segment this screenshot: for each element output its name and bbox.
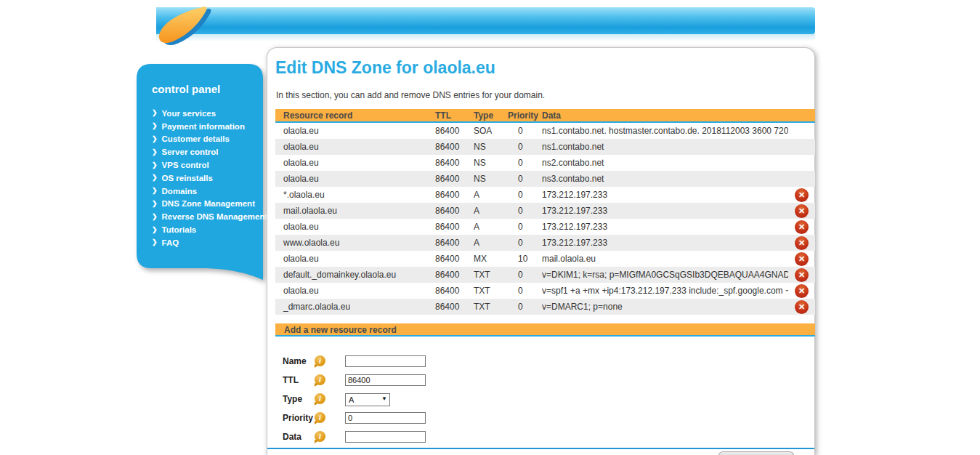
header-priority: Priority — [508, 110, 542, 121]
sidebar-item-payment-information[interactable]: ❯ Payment information — [152, 120, 259, 133]
contabo-logo — [150, 1, 302, 45]
chevron-right-icon: ❯ — [152, 238, 158, 246]
cell-type: TXT — [474, 286, 508, 296]
name-field[interactable] — [345, 355, 426, 367]
type-info-icon[interactable]: i — [315, 393, 325, 404]
sidebar-item-your-services[interactable]: ❯ Your services — [152, 107, 259, 120]
sidebar-item-label: Reverse DNS Management — [162, 212, 268, 221]
delete-record-button[interactable]: ✕ — [795, 188, 809, 202]
table-row: olaola.eu 86400 TXT 0 v=spf1 +a +mx +ip4… — [275, 283, 815, 299]
sidebar-item-os-reinstalls[interactable]: ❯ OS reinstalls — [152, 172, 259, 185]
cell-actions: ✕ — [788, 220, 815, 234]
priority-field[interactable] — [345, 412, 426, 424]
cell-record: olaola.eu — [275, 142, 435, 152]
chevron-right-icon: ❯ — [152, 174, 158, 181]
cell-priority: 0 — [508, 286, 542, 296]
cell-priority: 10 — [508, 254, 542, 264]
cell-priority: 0 — [508, 190, 542, 200]
cell-type: MX — [474, 254, 508, 264]
cell-record: _dmarc.olaola.eu — [275, 302, 435, 312]
ttl-field[interactable] — [345, 374, 426, 386]
cell-data: ns2.contabo.net — [542, 158, 788, 168]
chevron-right-icon: ❯ — [152, 213, 158, 220]
table-row: www.olaola.eu 86400 A 0 173.212.197.233 … — [275, 235, 815, 251]
table-row: olaola.eu 86400 SOA 0 ns1.contabo.net. h… — [275, 123, 815, 139]
footer-divider — [267, 448, 814, 449]
cell-type: NS — [474, 174, 508, 184]
cell-ttl: 86400 — [435, 254, 474, 264]
cell-ttl: 86400 — [435, 126, 474, 136]
name-info-icon[interactable]: i — [315, 355, 325, 366]
priority-info-icon[interactable]: i — [315, 412, 325, 423]
header-data: Data — [542, 110, 788, 121]
cell-actions: ✕ — [788, 252, 815, 266]
cell-data: v=DMARC1; p=none — [542, 302, 788, 312]
cell-ttl: 86400 — [435, 302, 474, 312]
table-row: olaola.eu 86400 MX 10 mail.olaola.eu ✕ — [275, 251, 815, 267]
priority-label: Priority — [283, 413, 315, 423]
cell-priority: 0 — [508, 158, 542, 168]
sidebar-item-tutorials[interactable]: ❯ Tutorials — [152, 223, 259, 236]
cell-ttl: 86400 — [435, 270, 474, 280]
cell-ttl: 86400 — [435, 222, 474, 232]
sidebar-item-vps-control[interactable]: ❯ VPS control — [152, 158, 259, 172]
cell-data: ns1.contabo.net. hostmaster.contabo.de. … — [542, 126, 788, 136]
delete-record-button[interactable]: ✕ — [795, 236, 809, 250]
sidebar-item-reverse-dns-management[interactable]: ❯ Reverse DNS Management — [152, 210, 259, 223]
chevron-right-icon: ❯ — [152, 200, 158, 207]
chevron-right-icon: ❯ — [152, 187, 158, 194]
sidebar-item-label: Customer details — [162, 134, 230, 143]
sidebar: control panel ❯ Your services ❯ Payment … — [137, 64, 263, 282]
sidebar-item-label: Your services — [162, 109, 216, 118]
delete-record-button[interactable]: ✕ — [795, 252, 809, 266]
cell-actions: ✕ — [788, 268, 815, 282]
table-row: default._domainkey.olaola.eu 86400 TXT 0… — [275, 267, 815, 283]
sidebar-title: control panel — [152, 83, 259, 95]
data-label: Data — [283, 432, 315, 442]
cell-type: A — [474, 238, 508, 248]
table-row: olaola.eu 86400 NS 0 ns2.contabo.net — [275, 155, 815, 171]
cell-priority: 0 — [508, 174, 542, 184]
cell-priority: 0 — [508, 302, 542, 312]
sidebar-item-dns-zone-management[interactable]: ❯ DNS Zone Management — [152, 198, 259, 211]
sidebar-item-domains[interactable]: ❯ Domains — [152, 185, 259, 198]
cell-actions: ✕ — [788, 300, 815, 314]
cell-priority: 0 — [508, 238, 542, 248]
main-panel: Edit DNS Zone for olaola.eu In this sect… — [267, 47, 815, 455]
data-info-icon[interactable]: i — [315, 431, 325, 442]
delete-record-button[interactable]: ✕ — [795, 204, 809, 218]
cell-priority: 0 — [508, 270, 542, 280]
sidebar-item-server-control[interactable]: ❯ Server control — [152, 145, 259, 158]
sidebar-item-faq[interactable]: ❯ FAQ — [152, 236, 259, 249]
sidebar-item-label: Server control — [162, 148, 219, 156]
page-subtitle: In this section, you can add and remove … — [276, 90, 814, 100]
cell-priority: 0 — [508, 206, 542, 216]
delete-record-button[interactable]: ✕ — [795, 300, 809, 314]
submit-button-partial[interactable] — [718, 451, 794, 455]
cell-data: ns1.contabo.net — [542, 142, 788, 152]
cell-data: mail.olaola.eu — [542, 254, 788, 264]
cell-ttl: 86400 — [435, 238, 474, 248]
cell-priority: 0 — [508, 142, 542, 152]
type-select-wrap: A — [345, 392, 390, 406]
delete-record-button[interactable]: ✕ — [795, 284, 809, 298]
cell-type: TXT — [474, 302, 508, 312]
type-label: Type — [283, 394, 315, 404]
delete-record-button[interactable]: ✕ — [795, 268, 809, 282]
data-field[interactable] — [345, 431, 426, 443]
type-select[interactable]: A — [345, 393, 390, 406]
cell-type: NS — [474, 142, 508, 152]
cell-record: olaola.eu — [275, 286, 435, 296]
ttl-label: TTL — [283, 375, 315, 385]
cell-data: v=DKIM1; k=rsa; p=MIGfMA0GCSqGSIb3DQEBAQ… — [542, 270, 788, 280]
cell-priority: 0 — [508, 222, 542, 232]
cell-data: 173.212.197.233 — [542, 190, 788, 200]
ttl-info-icon[interactable]: i — [315, 374, 325, 385]
sidebar-item-label: VPS control — [162, 161, 209, 169]
sidebar-item-customer-details[interactable]: ❯ Customer details — [152, 133, 259, 146]
table-row: _dmarc.olaola.eu 86400 TXT 0 v=DMARC1; p… — [275, 299, 815, 315]
chevron-right-icon: ❯ — [152, 226, 158, 233]
cell-record: www.olaola.eu — [275, 238, 435, 248]
add-record-form: Name i TTL i Type i A Priority i Data i — [283, 355, 814, 443]
delete-record-button[interactable]: ✕ — [795, 220, 809, 234]
